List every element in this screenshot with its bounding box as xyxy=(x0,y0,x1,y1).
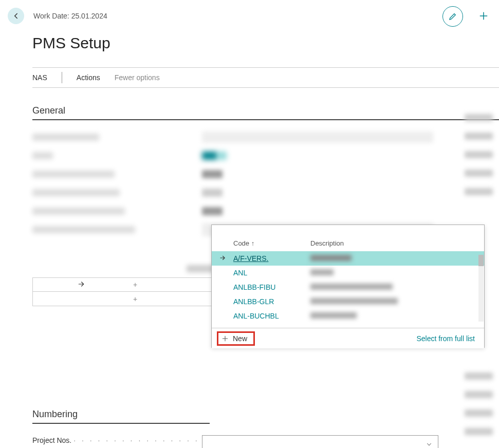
section-title-numbering: Numbering xyxy=(32,409,499,420)
tab-fewer-options[interactable]: Fewer options xyxy=(115,73,160,82)
lookup-row-selected[interactable]: A/F-VERS. xyxy=(212,251,484,266)
lookup-code-cell: ANL-BUCHBL xyxy=(233,312,310,320)
section-title-general: General xyxy=(32,105,499,116)
project-nos-label: Project Nos. · · · · · · · · · · · · · ·… xyxy=(32,436,202,448)
page-title: PMS Setup xyxy=(32,34,499,52)
blurred-field-row xyxy=(32,147,499,165)
lookup-desc-cell xyxy=(310,297,484,306)
section-rule-numbering xyxy=(32,423,210,424)
lookup-row[interactable]: ANLBB-GLR xyxy=(212,294,484,309)
general-fields xyxy=(32,128,499,239)
lookup-code-cell: ANL xyxy=(233,269,310,277)
top-bar: Work Date: 25.01.2024 xyxy=(8,8,499,24)
new-button[interactable]: New xyxy=(217,331,255,346)
plus-icon xyxy=(478,11,489,21)
new-button-label: New xyxy=(233,334,247,343)
lookup-code-cell: ANLBB-GLR xyxy=(233,297,310,306)
chevron-down-icon xyxy=(426,441,433,448)
lookup-row[interactable]: ANLBB-FIBU xyxy=(212,280,484,294)
blurred-field-row xyxy=(32,128,499,147)
edit-button[interactable] xyxy=(442,6,463,27)
lookup-desc-cell xyxy=(310,283,484,291)
page-root: Work Date: 25.01.2024 PMS Setup NAS Acti… xyxy=(0,0,499,448)
scrollbar-thumb[interactable] xyxy=(478,255,484,266)
lookup-code-cell: ANLBB-FIBU xyxy=(233,283,310,291)
lookup-row[interactable]: ANL xyxy=(212,266,484,280)
arrow-left-icon xyxy=(11,11,21,21)
lookup-header-code[interactable]: Code ↑ xyxy=(233,239,310,247)
lookup-scrollbar[interactable] xyxy=(478,255,484,322)
blurred-field-row xyxy=(32,184,499,202)
lookup-row[interactable]: ANL-BUCHBL xyxy=(212,309,484,323)
plus-icon xyxy=(221,335,229,342)
section-rule-general xyxy=(32,119,499,120)
action-bar: NAS Actions Fewer options xyxy=(32,67,499,88)
mini-table: + + xyxy=(32,265,217,306)
blurred-field-row xyxy=(32,202,499,221)
work-date-label: Work Date: 25.01.2024 xyxy=(33,12,107,20)
tab-separator xyxy=(62,72,62,83)
lookup-desc-cell xyxy=(310,254,484,263)
mini-table-row[interactable]: + xyxy=(32,277,217,292)
lookup-header-description[interactable]: Description xyxy=(310,239,484,247)
project-nos-row: Project Nos. · · · · · · · · · · · · · ·… xyxy=(32,435,499,448)
new-record-button[interactable] xyxy=(478,11,489,23)
select-from-full-list-link[interactable]: Select from full list xyxy=(416,334,475,343)
lookup-desc-cell xyxy=(310,312,484,320)
top-actions xyxy=(442,6,489,27)
project-nos-field[interactable] xyxy=(202,435,438,448)
plus-icon: + xyxy=(130,281,217,289)
lookup-dropdown-panel: Code ↑ Description A/F-VERS. ANL ANLBB-F… xyxy=(211,225,485,348)
back-button[interactable] xyxy=(8,8,24,24)
arrow-right-icon xyxy=(33,280,130,290)
pencil-icon xyxy=(448,12,457,21)
blurred-field-row xyxy=(32,165,499,184)
lookup-desc-cell xyxy=(310,269,484,277)
lookup-code-cell: A/F-VERS. xyxy=(233,254,310,263)
plus-icon: + xyxy=(130,295,217,303)
tab-nas[interactable]: NAS xyxy=(32,73,47,82)
arrow-right-icon xyxy=(219,254,233,263)
lookup-body: Code ↑ Description A/F-VERS. ANL ANLBB-F… xyxy=(212,225,484,328)
lookup-footer: New Select from full list xyxy=(212,328,484,348)
tab-actions[interactable]: Actions xyxy=(77,73,100,82)
lookup-header-row: Code ↑ Description xyxy=(212,239,484,247)
mini-table-row[interactable]: + xyxy=(32,292,217,306)
